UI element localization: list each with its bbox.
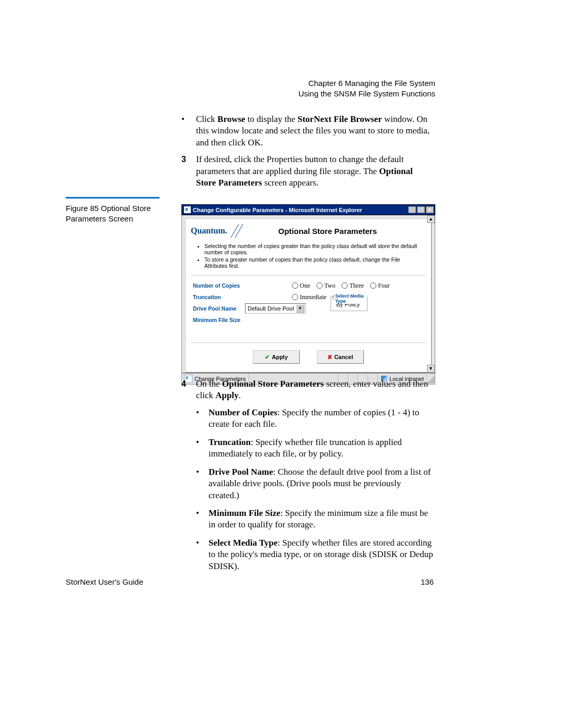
close-button[interactable]: ×	[426, 206, 434, 213]
radio-immediate[interactable]	[292, 294, 298, 300]
label-min-file-size: Minimum File Size	[193, 317, 245, 323]
document-page: Chapter 6 Managing the File System Using…	[0, 0, 563, 728]
form-area: Number of Copies One Two Three Four Trun…	[191, 275, 426, 334]
radio-one[interactable]	[292, 282, 298, 289]
scroll-down-button[interactable]: ▼	[427, 365, 435, 373]
body-bottom: 4 On the Optional Store Parameters scree…	[181, 378, 434, 578]
label-truncation: Truncation	[193, 294, 245, 300]
screenshot-window: Change Configurable Parameters - Microso…	[181, 204, 435, 385]
maximize-button[interactable]: □	[417, 206, 425, 213]
header-line-1: Chapter 6 Managing the File System	[298, 78, 435, 89]
x-icon: ✘	[327, 354, 332, 361]
scroll-up-button[interactable]: ▲	[427, 215, 435, 223]
page-number: 136	[421, 577, 434, 586]
titlebar: Change Configurable Parameters - Microso…	[181, 204, 435, 215]
chevron-down-icon: ▼	[296, 304, 304, 313]
bullet-browse: • Click Browse to display the StorNext F…	[181, 114, 434, 149]
body-top: • Click Browse to display the StorNext F…	[181, 114, 434, 194]
minimize-button[interactable]: _	[408, 206, 416, 213]
ie-icon	[184, 206, 191, 213]
brand-slash-icon	[229, 224, 245, 238]
bullet-min-file: • Minimum File Size: Specify the minimum…	[181, 508, 434, 531]
bullet-media-type: • Select Media Type: Specify whether fil…	[181, 537, 434, 572]
page-title: Optional Store Parameters	[245, 227, 426, 236]
cancel-button[interactable]: ✘Cancel	[317, 350, 364, 364]
select-drive-pool[interactable]: Default Drive Pool ▼	[245, 303, 306, 314]
content-panel: Quantum. Optional Store Parameters Selec…	[185, 218, 432, 373]
button-row: ✔Apply ✘Cancel	[191, 342, 426, 364]
media-type-legend: Select Media Type	[334, 293, 367, 304]
select-drive-pool-value: Default Drive Pool	[248, 305, 294, 312]
bullet-truncation: • Truncation: Specify whether file trunc…	[181, 437, 434, 460]
note-1: Selecting the number of copies greater t…	[204, 243, 423, 255]
step-3: 3 If desired, click the Properties butto…	[181, 154, 434, 189]
figure-rule	[66, 197, 160, 199]
notes-block: Selecting the number of copies greater t…	[191, 239, 426, 272]
step-4: 4 On the Optional Store Parameters scree…	[181, 378, 434, 402]
header-line-2: Using the SNSM File System Functions	[298, 89, 435, 99]
ie-client-area: ▲ Quantum. Optional Store Parameters Sel…	[181, 215, 435, 373]
radio-three[interactable]	[341, 282, 348, 289]
bullet-drive-pool: • Drive Pool Name: Choose the default dr…	[181, 466, 434, 501]
note-2: To store a greater number of copies than…	[204, 256, 423, 269]
brand-logo: Quantum.	[191, 226, 227, 236]
figure-caption: Figure 85 Optional Store Parameters Scre…	[66, 203, 170, 225]
label-copies: Number of Copies	[193, 282, 245, 289]
apply-button[interactable]: ✔Apply	[253, 350, 300, 364]
radio-two[interactable]	[316, 282, 323, 289]
bullet-copies: • Number of Copies: Specify the number o…	[181, 407, 434, 430]
radio-four[interactable]	[370, 282, 376, 289]
check-icon: ✔	[265, 354, 270, 361]
window-title: Change Configurable Parameters - Microso…	[193, 207, 362, 213]
footer-left: StorNext User's Guide	[66, 577, 143, 586]
media-type-fieldset: Select Media Type By Policy	[331, 297, 368, 311]
page-header: Chapter 6 Managing the File System Using…	[298, 78, 435, 100]
label-drive-pool: Drive Pool Name	[193, 305, 245, 312]
